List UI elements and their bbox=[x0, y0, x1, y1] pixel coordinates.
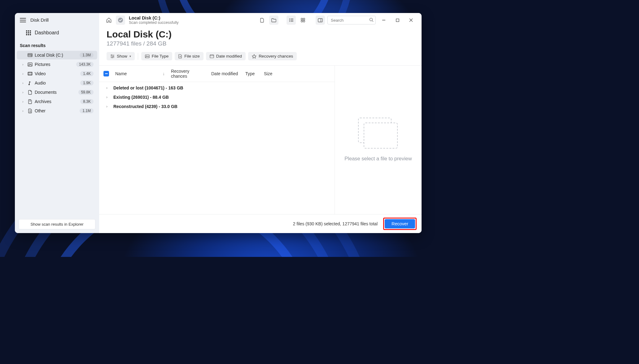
page-title: Local Disk (C:) bbox=[107, 29, 414, 40]
audio-icon bbox=[27, 81, 33, 85]
filter-file-type[interactable]: File Type bbox=[141, 52, 173, 60]
svg-rect-15 bbox=[396, 19, 399, 22]
sidebar-item-documents[interactable]: › Documents 59.8K bbox=[17, 88, 97, 97]
filter-date-modified[interactable]: Date modified bbox=[206, 52, 246, 60]
dashboard-label: Dashboard bbox=[35, 30, 59, 36]
sidebar-item-count: 1.4K bbox=[80, 71, 94, 76]
home-button[interactable] bbox=[104, 15, 113, 25]
sidebar-item-count: 1.1M bbox=[80, 108, 94, 113]
video-icon bbox=[27, 72, 33, 76]
svg-point-8 bbox=[289, 21, 290, 22]
sidebar-item-label: Local Disk (C:) bbox=[35, 53, 80, 58]
breadcrumb: Local Disk (C:) Scan completed successfu… bbox=[129, 15, 179, 25]
sidebar-item-label: Archives bbox=[35, 99, 80, 104]
filter-bar: Show ▾ File Type File size Date modified… bbox=[99, 52, 422, 65]
preview-placeholder-icon bbox=[358, 118, 398, 149]
row-label: Reconstructed (4239) - 33.0 GB bbox=[113, 104, 177, 109]
col-date[interactable]: Date modified bbox=[208, 71, 242, 76]
sidebar-item-audio[interactable]: › Audio 1.9K bbox=[17, 79, 97, 87]
col-name[interactable]: Name↓ bbox=[112, 71, 168, 76]
preview-pane-button[interactable] bbox=[316, 15, 325, 25]
select-all-checkbox[interactable] bbox=[103, 71, 109, 76]
calendar-icon bbox=[210, 54, 214, 58]
maximize-button[interactable] bbox=[392, 16, 403, 24]
title-block: Local Disk (C:) 1277941 files / 284 GB bbox=[99, 27, 422, 52]
sidebar-item-archives[interactable]: › Archives 8.3K bbox=[17, 97, 97, 106]
recover-button[interactable]: Recover bbox=[385, 219, 415, 228]
status-bar: 2 files (930 KB) selected, 1277941 files… bbox=[99, 214, 422, 233]
grid-view-button[interactable] bbox=[298, 15, 308, 25]
chevron-right-icon: › bbox=[22, 72, 27, 76]
document-icon bbox=[27, 90, 33, 95]
svg-point-17 bbox=[113, 56, 114, 57]
sort-down-icon: ↓ bbox=[163, 71, 165, 76]
table-body: › Deleted or lost (1004671) - 163 GB › E… bbox=[99, 82, 335, 214]
app-window: Disk Drill Dashboard Scan results Local … bbox=[15, 13, 422, 233]
file-view-button[interactable] bbox=[257, 15, 267, 25]
sidebar-item-label: Video bbox=[35, 71, 80, 76]
svg-point-2 bbox=[29, 63, 29, 64]
sliders-icon bbox=[110, 54, 115, 58]
sidebar-item-count: 1.9K bbox=[80, 80, 94, 85]
svg-point-4 bbox=[28, 84, 30, 85]
chevron-down-icon: ▾ bbox=[129, 54, 131, 58]
search-field[interactable] bbox=[327, 16, 376, 24]
row-label: Existing (269031) - 88.4 GB bbox=[113, 95, 169, 100]
svg-point-16 bbox=[111, 54, 112, 55]
star-icon bbox=[252, 54, 256, 58]
scan-results-header: Scan results bbox=[15, 39, 99, 50]
image-icon bbox=[27, 63, 33, 67]
sidebar-item-other[interactable]: › Other 1.1M bbox=[17, 106, 97, 115]
status-check-icon bbox=[116, 15, 125, 25]
folder-view-button[interactable] bbox=[269, 15, 278, 25]
file-icon bbox=[178, 54, 182, 58]
sidebar-item-pictures[interactable]: › Pictures 143.3K bbox=[17, 60, 97, 69]
minimize-button[interactable] bbox=[378, 16, 389, 24]
show-in-explorer-button[interactable]: Show scan results in Explorer bbox=[19, 219, 95, 229]
table-row[interactable]: › Deleted or lost (1004671) - 163 GB bbox=[99, 83, 335, 93]
svg-point-20 bbox=[146, 55, 147, 56]
svg-point-6 bbox=[289, 19, 290, 19]
table-row[interactable]: › Existing (269031) - 88.4 GB bbox=[99, 93, 335, 102]
svg-point-18 bbox=[112, 57, 113, 58]
filter-recovery-chances[interactable]: Recovery chances bbox=[248, 52, 297, 60]
svg-rect-13 bbox=[318, 19, 322, 22]
sidebar-item-local-disk[interactable]: Local Disk (C:) 1.3M bbox=[17, 51, 97, 59]
table-row[interactable]: › Reconstructed (4239) - 33.0 GB bbox=[99, 102, 335, 111]
sidebar-item-video[interactable]: › Video 1.4K bbox=[17, 69, 97, 78]
filter-label: File Type bbox=[152, 54, 169, 58]
sidebar-item-count: 143.3K bbox=[76, 62, 94, 67]
sidebar-item-dashboard[interactable]: Dashboard bbox=[15, 27, 99, 39]
breadcrumb-title: Local Disk (C:) bbox=[129, 15, 179, 20]
sidebar-item-count: 1.3M bbox=[80, 53, 94, 58]
preview-pane: Please select a file to preview bbox=[335, 66, 422, 214]
filter-label: Recovery chances bbox=[259, 54, 293, 58]
svg-rect-21 bbox=[210, 55, 214, 58]
search-input[interactable] bbox=[327, 16, 376, 24]
filter-file-size[interactable]: File size bbox=[175, 52, 204, 60]
col-recovery[interactable]: Recovery chances bbox=[168, 69, 208, 79]
filter-label: Show bbox=[117, 54, 127, 58]
main-panel: Local Disk (C:) Scan completed successfu… bbox=[99, 13, 422, 233]
sidebar-item-label: Documents bbox=[35, 90, 78, 95]
sidebar-item-label: Audio bbox=[35, 80, 80, 85]
svg-rect-12 bbox=[303, 20, 305, 22]
disk-icon bbox=[27, 53, 33, 57]
svg-rect-19 bbox=[145, 55, 149, 58]
dashboard-icon bbox=[26, 30, 31, 35]
col-type[interactable]: Type bbox=[242, 71, 261, 76]
table-header: Name↓ Recovery chances Date modified Typ… bbox=[99, 66, 335, 82]
svg-point-14 bbox=[370, 18, 373, 21]
brand-row: Disk Drill bbox=[15, 13, 99, 27]
close-button[interactable] bbox=[405, 16, 417, 24]
list-view-button[interactable] bbox=[287, 15, 296, 25]
chevron-right-icon: › bbox=[103, 86, 110, 90]
search-icon bbox=[369, 18, 374, 22]
results-table: Name↓ Recovery chances Date modified Typ… bbox=[99, 66, 335, 214]
app-title: Disk Drill bbox=[30, 17, 49, 23]
chevron-right-icon: › bbox=[22, 109, 27, 113]
filter-show[interactable]: Show ▾ bbox=[107, 52, 135, 60]
sidebar: Disk Drill Dashboard Scan results Local … bbox=[15, 13, 99, 233]
col-size[interactable]: Size bbox=[261, 71, 276, 76]
hamburger-icon[interactable] bbox=[20, 18, 26, 22]
